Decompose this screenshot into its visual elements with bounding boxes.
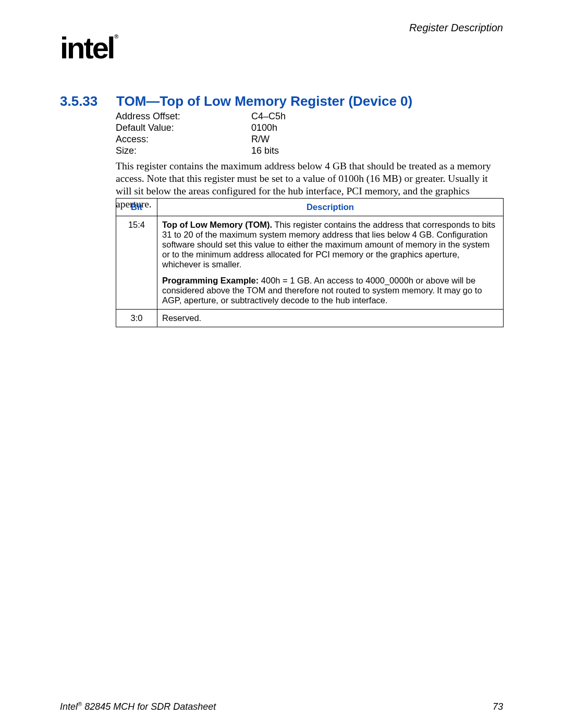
th-description: Description [157, 199, 504, 216]
footer-left: Intel® 82845 MCH for SDR Datasheet [60, 701, 216, 712]
header-section-name: Register Description [409, 22, 503, 34]
prop-label: Size: [116, 145, 251, 157]
footer-brand: Intel [60, 701, 78, 712]
prop-label: Address Offset: [116, 111, 251, 122]
desc-bold: Programming Example: [162, 276, 259, 285]
section-title: TOM—Top of Low Memory Register (Device 0… [116, 93, 412, 109]
prop-value: 16 bits [251, 145, 279, 157]
cell-bit: 3:0 [116, 310, 157, 327]
footer-title: 82845 MCH for SDR Datasheet [82, 701, 216, 712]
th-bit: Bit [116, 199, 157, 216]
prop-value: R/W [251, 134, 270, 145]
footer: Intel® 82845 MCH for SDR Datasheet 73 [60, 701, 503, 712]
desc-bold: Top of Low Memory (TOM). [162, 220, 272, 229]
prop-value: C4–C5h [251, 111, 286, 122]
table-header-row: Bit Description [116, 199, 504, 216]
section-heading: 3.5.33TOM—Top of Low Memory Register (De… [60, 93, 412, 109]
prop-label: Access: [116, 134, 251, 145]
cell-description: Top of Low Memory (TOM). This register c… [157, 216, 504, 310]
intel-logo: intel® [60, 30, 117, 65]
prop-label: Default Value: [116, 122, 251, 134]
prop-value: 0100h [251, 122, 277, 134]
table-row: 15:4 Top of Low Memory (TOM). This regis… [116, 216, 504, 310]
table-row: 3:0 Reserved. [116, 310, 504, 327]
register-properties: Address Offset: C4–C5h Default Value: 01… [116, 111, 286, 157]
prop-row: Address Offset: C4–C5h [116, 111, 286, 122]
desc-text: Reserved. [162, 313, 201, 323]
prop-row: Default Value: 0100h [116, 122, 286, 134]
page-number: 73 [493, 701, 503, 712]
section-number: 3.5.33 [60, 93, 116, 109]
page: Register Description intel® 3.5.33TOM—To… [0, 0, 563, 728]
cell-bit: 15:4 [116, 216, 157, 310]
registered-icon: ® [114, 33, 118, 40]
bit-table: Bit Description 15:4 Top of Low Memory (… [116, 198, 504, 327]
prop-row: Size: 16 bits [116, 145, 286, 157]
cell-description: Reserved. [157, 310, 504, 327]
prop-row: Access: R/W [116, 134, 286, 145]
registered-icon: ® [78, 701, 82, 707]
